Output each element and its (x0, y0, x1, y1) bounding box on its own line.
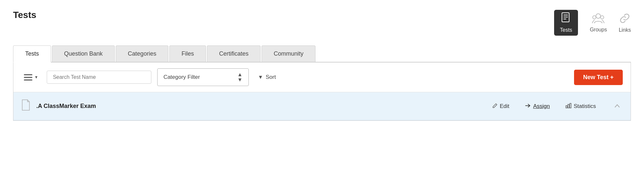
hamburger-icon (24, 74, 32, 80)
nav-groups-label: Groups (590, 27, 607, 33)
test-file-icon (21, 99, 30, 113)
tab-community[interactable]: Community (262, 45, 315, 62)
sort-label: Sort (266, 74, 276, 80)
hamburger-dropdown-arrow: ▼ (34, 75, 38, 79)
list-item: .A ClassMarker Exam Edit (13, 92, 631, 120)
edit-icon (492, 103, 498, 110)
assign-button[interactable]: Assign (522, 102, 552, 111)
tests-list: .A ClassMarker Exam Edit (13, 92, 631, 120)
tab-tests[interactable]: Tests (13, 45, 51, 62)
svg-rect-10 (570, 103, 571, 108)
svg-point-4 (596, 14, 601, 18)
page-header: Tests Tests (0, 0, 644, 42)
svg-rect-9 (568, 104, 569, 108)
hamburger-line-3 (24, 79, 32, 80)
tests-icon (561, 12, 571, 26)
svg-rect-8 (566, 106, 567, 108)
new-test-button[interactable]: New Test + (574, 70, 623, 85)
nav-links-label: Links (619, 27, 631, 33)
groups-icon (592, 13, 605, 26)
tab-question-bank[interactable]: Question Bank (52, 45, 115, 62)
toolbar: ▼ Category Filter ▲▼ ▼ Sort New Test + (13, 62, 631, 92)
content-area: ▼ Category Filter ▲▼ ▼ Sort New Test + .… (13, 62, 631, 121)
hamburger-menu-button[interactable]: ▼ (21, 72, 41, 82)
edit-label: Edit (500, 103, 509, 110)
nav-links[interactable]: Links (619, 12, 631, 33)
category-filter-dropdown[interactable]: Category Filter ▲▼ (157, 68, 249, 86)
hamburger-line-2 (24, 77, 32, 78)
filter-arrows-icon: ▲▼ (237, 72, 243, 82)
nav-tests-label: Tests (560, 27, 572, 33)
statistics-icon (566, 103, 571, 110)
tab-certificates[interactable]: Certificates (207, 45, 261, 62)
tabs-container: Tests Question Bank Categories Files Cer… (0, 45, 644, 62)
collapse-button[interactable] (612, 101, 623, 111)
statistics-label: Statistics (574, 103, 596, 110)
tab-categories[interactable]: Categories (116, 45, 168, 62)
test-name: .A ClassMarker Exam (36, 103, 490, 110)
tabs-row: Tests Question Bank Categories Files Cer… (13, 45, 631, 62)
nav-tests[interactable]: Tests (554, 10, 578, 36)
svg-point-5 (593, 16, 596, 19)
nav-groups[interactable]: Groups (590, 13, 607, 33)
search-input[interactable] (47, 71, 151, 84)
item-actions: Edit Assign (490, 101, 623, 111)
statistics-button[interactable]: Statistics (563, 102, 599, 111)
svg-point-6 (601, 16, 604, 19)
sort-filter-icon: ▼ (258, 74, 263, 80)
hamburger-line-1 (24, 74, 32, 75)
edit-button[interactable]: Edit (490, 102, 512, 111)
sort-button[interactable]: ▼ Sort (255, 72, 279, 82)
page-title: Tests (13, 10, 36, 20)
assign-arrow-icon (525, 103, 531, 109)
links-icon (619, 12, 631, 26)
tab-files[interactable]: Files (169, 45, 206, 62)
assign-label: Assign (533, 103, 550, 110)
category-filter-label: Category Filter (163, 74, 200, 80)
top-nav: Tests Groups Lin (554, 10, 631, 36)
